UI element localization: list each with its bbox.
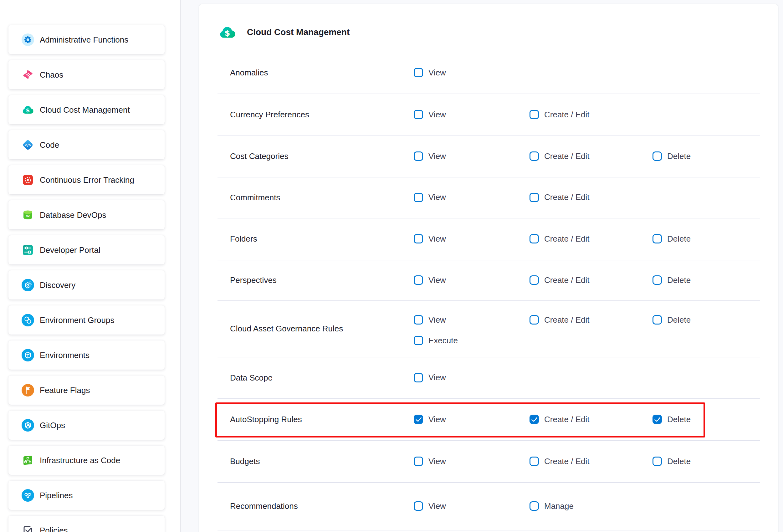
sidebar-item-database-devops[interactable]: ∞ Database DevOps	[8, 200, 165, 229]
sidebar-item-continuous-error-tracking[interactable]: Continuous Error Tracking	[8, 165, 165, 194]
delete-checkbox[interactable]	[653, 275, 662, 285]
view-permission-cell: View	[414, 456, 446, 467]
checkbox-label[interactable]: View	[429, 373, 446, 382]
sidebar-item-administrative-functions[interactable]: Administrative Functions	[8, 25, 165, 54]
checkbox-label[interactable]: Delete	[667, 457, 691, 466]
permission-label: Cost Categories	[230, 152, 288, 161]
view-checkbox[interactable]	[414, 68, 423, 77]
view-checkbox[interactable]	[414, 415, 423, 424]
checkbox-label[interactable]: Delete	[667, 315, 691, 325]
permissions-card: $ Cloud Cost Management Anomalies View C…	[199, 4, 778, 532]
permission-row-anomalies: Anomalies View	[218, 52, 760, 94]
create-edit-permission-cell: Create / Edit	[530, 314, 590, 325]
svg-text:</>: </>	[24, 143, 31, 147]
cube-icon	[22, 349, 34, 362]
checkbox-label[interactable]: Delete	[667, 152, 691, 161]
create-edit-checkbox[interactable]	[530, 152, 539, 161]
gear-icon	[22, 33, 34, 46]
create-edit-checkbox[interactable]	[530, 110, 539, 119]
sidebar-item-environments[interactable]: Environments	[8, 341, 165, 370]
create-edit-checkbox[interactable]	[530, 315, 539, 324]
sidebar-item-feature-flags[interactable]: Feature Flags	[8, 376, 165, 405]
checkbox-label[interactable]: Create / Edit	[544, 110, 590, 120]
checkbox-label[interactable]: Create / Edit	[544, 234, 590, 244]
checkbox-label[interactable]: View	[429, 152, 446, 161]
sidebar-item-label: Cloud Cost Management	[40, 105, 130, 115]
sidebar-item-cloud-cost-management[interactable]: $ Cloud Cost Management	[8, 95, 165, 124]
create-edit-checkbox[interactable]	[530, 415, 539, 424]
delete-checkbox[interactable]	[653, 315, 662, 324]
checkbox-label[interactable]: Create / Edit	[544, 457, 590, 466]
view-checkbox[interactable]	[414, 501, 423, 511]
sidebar-item-label: Developer Portal	[40, 245, 100, 255]
sidebar-item-environment-groups[interactable]: Environment Groups	[8, 306, 165, 335]
sidebar-item-policies[interactable]: Policies	[8, 516, 165, 532]
checkbox-label[interactable]: Create / Edit	[544, 415, 590, 424]
view-permission-cell: View	[414, 314, 446, 325]
view-checkbox[interactable]	[414, 275, 423, 285]
delete-permission-cell: Delete	[653, 414, 691, 425]
view-checkbox[interactable]	[414, 315, 423, 324]
sidebar-item-developer-portal[interactable]: Developer Portal	[8, 235, 165, 264]
view-permission-cell: View	[414, 500, 446, 512]
checkbox-label[interactable]: View	[429, 68, 446, 77]
checkbox-label[interactable]: View	[429, 110, 446, 120]
delete-checkbox[interactable]	[653, 457, 662, 466]
delete-checkbox[interactable]	[653, 415, 662, 424]
sidebar-item-label: Policies	[40, 525, 68, 532]
checkbox-label[interactable]: View	[429, 315, 446, 325]
checkbox-label[interactable]: View	[429, 457, 446, 466]
svg-text:$: $	[26, 107, 30, 113]
svg-text:$: $	[225, 28, 230, 37]
delete-checkbox[interactable]	[653, 234, 662, 244]
checkbox-label[interactable]: Execute	[429, 336, 458, 345]
sidebar-item-pipelines[interactable]: Pipelines	[8, 481, 165, 510]
sidebar-item-label: Environment Groups	[40, 315, 114, 325]
sidebar-item-chaos[interactable]: Chaos	[8, 60, 165, 89]
permission-row-folders: Folders View Create / Edit Delete	[218, 218, 760, 260]
sidebar-item-label: Pipelines	[40, 490, 73, 500]
view-permission-cell: View	[414, 233, 446, 244]
checkbox-label[interactable]: Delete	[667, 234, 691, 244]
manage-permission-cell: Manage	[530, 500, 574, 512]
view-checkbox[interactable]	[414, 234, 423, 244]
code-brackets-icon: </>	[22, 138, 34, 151]
delete-permission-cell: Delete	[653, 151, 691, 162]
create-edit-checkbox[interactable]	[530, 234, 539, 244]
checkbox-label[interactable]: Create / Edit	[544, 315, 590, 325]
sidebar-item-discovery[interactable]: Discovery	[8, 271, 165, 300]
checkbox-label[interactable]: Create / Edit	[544, 152, 590, 161]
checkbox-label[interactable]: Delete	[667, 275, 691, 285]
sidebar-item-infrastructure-as-code[interactable]: Infrastructure as Code	[8, 446, 165, 475]
checkbox-label[interactable]: View	[429, 415, 446, 424]
checkbox-label[interactable]: Delete	[667, 415, 691, 424]
create-edit-checkbox[interactable]	[530, 457, 539, 466]
sidebar-item-label: Environments	[40, 350, 90, 360]
delete-checkbox[interactable]	[653, 152, 662, 161]
manage-checkbox[interactable]	[530, 501, 539, 511]
create-edit-checkbox[interactable]	[530, 275, 539, 285]
sidebar-item-gitops[interactable]: GitOps	[8, 411, 165, 440]
view-checkbox[interactable]	[414, 373, 423, 382]
create-edit-checkbox[interactable]	[530, 193, 539, 202]
checkbox-label[interactable]: View	[429, 234, 446, 244]
sidebar-item-code[interactable]: </> Code	[8, 130, 165, 159]
permission-row-data-scope: Data Scope View	[218, 357, 760, 399]
permission-row-budgets: Budgets View Create / Edit Delete	[218, 440, 760, 483]
view-checkbox[interactable]	[414, 152, 423, 161]
chaos-pinwheel-icon	[22, 68, 34, 81]
execute-checkbox[interactable]	[414, 336, 423, 345]
delete-permission-cell: Delete	[653, 314, 691, 325]
checkbox-label[interactable]: View	[429, 192, 446, 202]
view-checkbox[interactable]	[414, 457, 423, 466]
checkbox-label[interactable]: View	[429, 275, 446, 285]
view-checkbox[interactable]	[414, 110, 423, 119]
permission-row-perspectives: Perspectives View Create / Edit Delete	[218, 260, 760, 301]
checkbox-label[interactable]: Create / Edit	[544, 275, 590, 285]
checkbox-label[interactable]: Create / Edit	[544, 192, 590, 202]
permission-label: AutoStopping Rules	[230, 415, 302, 424]
checkbox-label[interactable]: Manage	[544, 501, 574, 511]
flag-icon	[22, 384, 34, 397]
checkbox-label[interactable]: View	[429, 501, 446, 511]
view-checkbox[interactable]	[414, 193, 423, 202]
